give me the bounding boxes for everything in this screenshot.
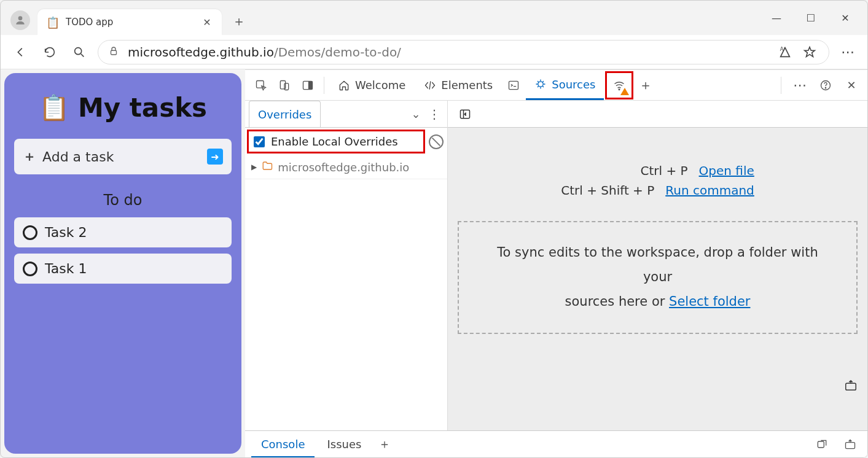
new-tab-button[interactable]: ＋ bbox=[227, 9, 251, 34]
window-controls: — ☐ ✕ bbox=[759, 7, 862, 29]
svg-rect-9 bbox=[509, 81, 518, 89]
sources-sidebar: Overrides ⌄ ⋮ Enable Local Overrides ▶ m… bbox=[245, 101, 448, 430]
overrides-tree-item[interactable]: ▶ microsoftedge.github.io bbox=[245, 155, 447, 179]
task-checkbox-icon[interactable] bbox=[23, 262, 37, 276]
address-bar[interactable]: microsoftedge.github.io/Demos/demo-to-do… bbox=[98, 40, 829, 64]
navigator-tab-overrides[interactable]: Overrides bbox=[249, 101, 321, 127]
task-item[interactable]: Task 2 bbox=[14, 217, 232, 247]
svg-rect-2 bbox=[111, 50, 117, 55]
navigator-more-tabs-button[interactable]: ⌄ bbox=[407, 107, 425, 120]
url-text: microsoftedge.github.io/Demos/demo-to-do… bbox=[128, 45, 401, 60]
warning-triangle-icon bbox=[620, 88, 629, 95]
shortcut-run-command: Ctrl + Shift + P bbox=[561, 183, 654, 198]
drawer-expand-button[interactable] bbox=[839, 433, 861, 456]
read-aloud-button[interactable]: A⁾ bbox=[776, 43, 794, 61]
svg-point-0 bbox=[18, 16, 23, 20]
tab-sources[interactable]: Sources bbox=[526, 70, 604, 100]
add-task-submit-button[interactable]: ➜ bbox=[207, 149, 223, 165]
tab-title: TODO app bbox=[66, 17, 195, 28]
svg-rect-16 bbox=[818, 441, 824, 448]
drawer-tab-issues[interactable]: Issues bbox=[317, 431, 371, 457]
tab-elements[interactable]: Elements bbox=[415, 70, 501, 100]
svg-rect-8 bbox=[308, 81, 313, 89]
site-info-lock-icon[interactable] bbox=[108, 45, 119, 59]
folder-icon bbox=[262, 160, 273, 174]
window-close-button[interactable]: ✕ bbox=[828, 7, 862, 29]
svg-rect-17 bbox=[846, 442, 855, 448]
settings-and-more-button[interactable]: ⋯ bbox=[837, 41, 859, 63]
tab-network-conditions[interactable] bbox=[608, 74, 630, 96]
browser-toolbar: microsoftedge.github.io/Demos/demo-to-do… bbox=[1, 35, 867, 69]
toggle-navigator-button[interactable] bbox=[454, 103, 476, 125]
svg-rect-4 bbox=[257, 80, 264, 88]
tab-welcome[interactable]: Welcome bbox=[329, 70, 414, 100]
task-checkbox-icon[interactable] bbox=[23, 225, 37, 240]
task-label: Task 1 bbox=[45, 261, 87, 276]
svg-point-1 bbox=[75, 47, 82, 54]
devtools-tabbar: Welcome Elements Sources ＋ ⋯ ✕ bbox=[245, 70, 867, 101]
enable-local-overrides-checkbox[interactable] bbox=[254, 136, 265, 147]
drop-zone-text-2: sources here or bbox=[565, 294, 670, 309]
sources-editor-area: Ctrl + P Open file Ctrl + Shift + P Run … bbox=[448, 101, 867, 430]
drop-zone-text: To sync edits to the workspace, drop a f… bbox=[497, 245, 818, 284]
svg-point-13 bbox=[825, 87, 826, 88]
tab-console-icon[interactable] bbox=[502, 74, 525, 96]
profile-button[interactable] bbox=[10, 10, 30, 30]
run-command-link[interactable]: Run command bbox=[665, 183, 754, 198]
clipboard-icon: 📋 bbox=[39, 93, 69, 122]
devtools-more-button[interactable]: ⋯ bbox=[789, 74, 811, 96]
editor-toolbar bbox=[448, 101, 867, 128]
tree-expand-icon[interactable]: ▶ bbox=[251, 163, 257, 171]
tab-close-button[interactable]: ✕ bbox=[201, 16, 213, 28]
tree-item-label: microsoftedge.github.io bbox=[278, 161, 409, 174]
device-emulation-button[interactable] bbox=[273, 74, 295, 96]
sources-body: Overrides ⌄ ⋮ Enable Local Overrides ▶ m… bbox=[245, 101, 867, 430]
page-content: 📋 My tasks ＋ Add a task ➜ To do Task 2 T… bbox=[1, 69, 245, 457]
main-area: 📋 My tasks ＋ Add a task ➜ To do Task 2 T… bbox=[1, 69, 867, 457]
workspace-drop-zone[interactable]: To sync edits to the workspace, drop a f… bbox=[458, 221, 858, 334]
add-task-input[interactable]: ＋ Add a task ➜ bbox=[14, 139, 232, 174]
back-button[interactable] bbox=[9, 41, 31, 63]
task-label: Task 2 bbox=[45, 225, 87, 240]
section-heading: To do bbox=[14, 192, 232, 209]
inspect-element-button[interactable] bbox=[250, 74, 272, 96]
devtools-help-button[interactable] bbox=[815, 74, 837, 96]
browser-tab-active[interactable]: 📋 TODO app ✕ bbox=[37, 9, 222, 35]
more-tabs-button[interactable]: ＋ bbox=[635, 74, 657, 96]
whats-new-button[interactable] bbox=[843, 379, 861, 394]
navigator-tabs: Overrides ⌄ ⋮ bbox=[245, 101, 447, 128]
drawer-tab-console[interactable]: Console bbox=[251, 431, 315, 457]
quick-open-hints: Ctrl + P Open file Ctrl + Shift + P Run … bbox=[561, 158, 754, 203]
network-conditions-highlight bbox=[605, 71, 633, 99]
devtools-close-button[interactable]: ✕ bbox=[840, 74, 862, 96]
navigator-menu-button[interactable]: ⋮ bbox=[425, 107, 444, 122]
task-item[interactable]: Task 1 bbox=[14, 254, 232, 284]
search-button[interactable] bbox=[68, 41, 90, 63]
enable-local-overrides-row[interactable]: Enable Local Overrides bbox=[247, 130, 425, 153]
favorite-button[interactable] bbox=[800, 43, 819, 61]
svg-text:A⁾: A⁾ bbox=[780, 46, 785, 52]
svg-rect-15 bbox=[846, 383, 856, 390]
svg-point-10 bbox=[538, 82, 543, 87]
svg-point-11 bbox=[619, 88, 620, 90]
app-header: 📋 My tasks bbox=[14, 93, 232, 123]
open-file-link[interactable]: Open file bbox=[699, 163, 754, 178]
enable-local-overrides-label: Enable Local Overrides bbox=[271, 135, 398, 148]
tab-favicon-icon: 📋 bbox=[46, 16, 60, 29]
drawer-button-1[interactable] bbox=[811, 433, 833, 456]
devtools-panel: Welcome Elements Sources ＋ ⋯ ✕ Overr bbox=[245, 69, 867, 457]
todo-app: 📋 My tasks ＋ Add a task ➜ To do Task 2 T… bbox=[4, 73, 241, 454]
devtools-drawer: Console Issues ＋ bbox=[245, 430, 867, 457]
app-title: My tasks bbox=[78, 93, 207, 123]
drawer-add-tab-button[interactable]: ＋ bbox=[373, 433, 396, 456]
refresh-button[interactable] bbox=[39, 41, 61, 63]
window-minimize-button[interactable]: — bbox=[759, 7, 794, 29]
window-maximize-button[interactable]: ☐ bbox=[794, 7, 828, 29]
select-folder-link[interactable]: Select folder bbox=[669, 294, 750, 309]
add-task-placeholder: Add a task bbox=[42, 149, 201, 165]
dock-side-button[interactable] bbox=[297, 74, 319, 96]
clear-overrides-button[interactable] bbox=[429, 134, 444, 149]
shortcut-open-file: Ctrl + P bbox=[640, 163, 687, 178]
browser-tab-strip: 📋 TODO app ✕ ＋ — ☐ ✕ bbox=[1, 1, 867, 35]
plus-icon: ＋ bbox=[23, 147, 36, 166]
